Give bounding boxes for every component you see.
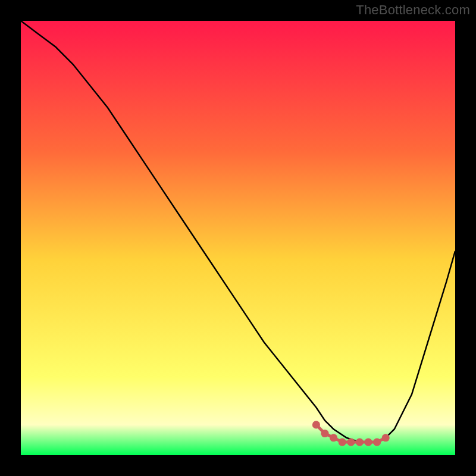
plot-area xyxy=(21,21,455,455)
optimal-range-point xyxy=(364,439,372,446)
chart-frame: TheBottleneck.com xyxy=(0,0,476,476)
optimal-range-point xyxy=(382,434,390,441)
optimal-range-point xyxy=(312,421,320,428)
optimal-range-point xyxy=(356,439,364,446)
watermark-text: TheBottleneck.com xyxy=(356,2,470,18)
optimal-range-point xyxy=(321,430,328,437)
optimal-range-point xyxy=(373,439,381,446)
gradient-background xyxy=(21,21,455,455)
optimal-range-point xyxy=(339,439,346,446)
optimal-range-point xyxy=(347,439,355,446)
bottleneck-chart-svg xyxy=(21,21,455,455)
optimal-range-point xyxy=(330,434,337,441)
